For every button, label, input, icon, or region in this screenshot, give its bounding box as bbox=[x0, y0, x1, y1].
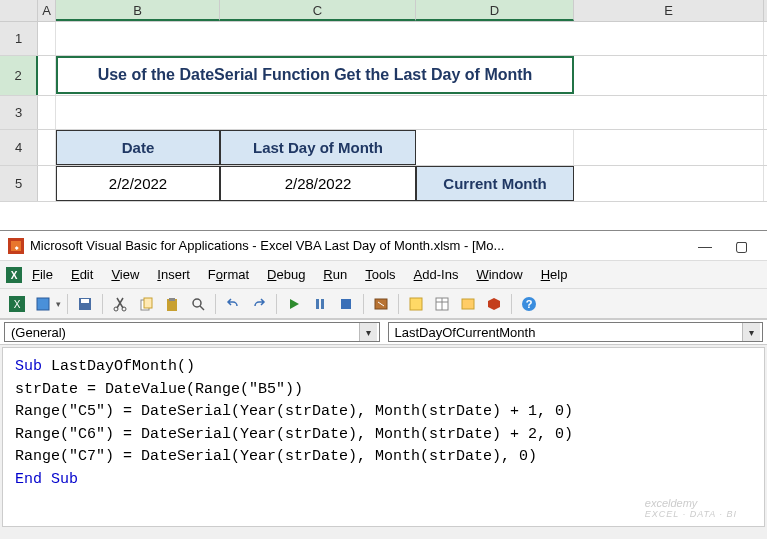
cell-a2[interactable] bbox=[38, 56, 56, 95]
code-line: Range("C6") = DateSerial(Year(strDate), … bbox=[15, 424, 752, 447]
col-header-a[interactable]: A bbox=[38, 0, 56, 21]
svg-text:X: X bbox=[14, 299, 21, 310]
code-line: Range("C7") = DateSerial(Year(strDate), … bbox=[15, 446, 752, 469]
menu-file[interactable]: File bbox=[24, 264, 61, 285]
cell-e1[interactable] bbox=[574, 22, 764, 55]
row-header-3[interactable]: 3 bbox=[0, 96, 38, 129]
procedure-combo-value: LastDayOfCurrentMonth bbox=[395, 325, 536, 340]
vba-combos: (General) ▾ LastDayOfCurrentMonth ▾ bbox=[0, 319, 767, 345]
cell-e2[interactable] bbox=[574, 56, 764, 95]
cell-a1[interactable] bbox=[38, 22, 56, 55]
menu-window[interactable]: Window bbox=[468, 264, 530, 285]
col-header-b[interactable]: B bbox=[56, 0, 220, 21]
svg-rect-21 bbox=[410, 298, 422, 310]
cell-e4[interactable] bbox=[574, 130, 764, 165]
svg-point-9 bbox=[114, 307, 118, 311]
watermark: exceldemy EXCEL · DATA · BI bbox=[645, 497, 737, 519]
watermark-sub: EXCEL · DATA · BI bbox=[645, 509, 737, 519]
col-header-d[interactable]: D bbox=[416, 0, 574, 21]
menu-insert[interactable]: Insert bbox=[149, 264, 198, 285]
vba-window: ⬥ Microsoft Visual Basic for Application… bbox=[0, 230, 767, 539]
cell-a3[interactable] bbox=[38, 96, 56, 129]
select-all-corner[interactable] bbox=[0, 0, 38, 21]
object-combo-value: (General) bbox=[11, 325, 66, 340]
cell-date[interactable]: 2/2/2022 bbox=[56, 166, 220, 201]
excel-grid: A B C D E 1 2 Use of the DateSerial Func… bbox=[0, 0, 767, 202]
svg-rect-19 bbox=[341, 299, 351, 309]
svg-rect-12 bbox=[144, 298, 152, 308]
cell-d4[interactable] bbox=[416, 130, 574, 165]
cell-b3[interactable] bbox=[56, 96, 574, 129]
menu-addins[interactable]: Add-Ins bbox=[406, 264, 467, 285]
redo-icon[interactable] bbox=[248, 293, 270, 315]
cell-lastday[interactable]: 2/28/2022 bbox=[220, 166, 416, 201]
maximize-button[interactable]: ▢ bbox=[723, 238, 759, 254]
cell-e5[interactable] bbox=[574, 166, 764, 201]
header-lastday[interactable]: Last Day of Month bbox=[220, 130, 416, 165]
cell-a4[interactable] bbox=[38, 130, 56, 165]
menu-run[interactable]: Run bbox=[315, 264, 355, 285]
svg-rect-17 bbox=[316, 299, 319, 309]
chevron-down-icon[interactable]: ▾ bbox=[742, 323, 760, 341]
menu-help[interactable]: Help bbox=[533, 264, 576, 285]
svg-rect-14 bbox=[169, 298, 175, 301]
excel-icon: X bbox=[6, 267, 22, 283]
procedure-combo[interactable]: LastDayOfCurrentMonth ▾ bbox=[388, 322, 764, 342]
title-cell[interactable]: Use of the DateSerial Function Get the L… bbox=[56, 56, 574, 94]
col-header-c[interactable]: C bbox=[220, 0, 416, 21]
code-text: LastDayOfMonth() bbox=[42, 358, 195, 375]
svg-text:?: ? bbox=[526, 298, 533, 310]
svg-rect-8 bbox=[81, 299, 89, 303]
save-icon[interactable] bbox=[74, 293, 96, 315]
run-icon[interactable] bbox=[283, 293, 305, 315]
svg-point-15 bbox=[193, 299, 201, 307]
insert-module-icon[interactable] bbox=[32, 293, 54, 315]
chevron-down-icon[interactable]: ▾ bbox=[359, 323, 377, 341]
menu-edit[interactable]: Edit bbox=[63, 264, 101, 285]
cell-a5[interactable] bbox=[38, 166, 56, 201]
help-icon[interactable]: ? bbox=[518, 293, 540, 315]
properties-icon[interactable] bbox=[431, 293, 453, 315]
toolbox-icon[interactable] bbox=[483, 293, 505, 315]
break-icon[interactable] bbox=[309, 293, 331, 315]
header-date[interactable]: Date bbox=[56, 130, 220, 165]
find-icon[interactable] bbox=[187, 293, 209, 315]
code-keyword: Sub bbox=[15, 358, 42, 375]
copy-icon[interactable] bbox=[135, 293, 157, 315]
menu-format[interactable]: Format bbox=[200, 264, 257, 285]
row-header-2[interactable]: 2 bbox=[0, 56, 38, 95]
undo-icon[interactable] bbox=[222, 293, 244, 315]
minimize-button[interactable]: — bbox=[687, 238, 723, 254]
object-combo[interactable]: (General) ▾ bbox=[4, 322, 380, 342]
vba-toolbar: X ▾ ? bbox=[0, 289, 767, 319]
paste-icon[interactable] bbox=[161, 293, 183, 315]
row-header-4[interactable]: 4 bbox=[0, 130, 38, 165]
vba-menubar: X File Edit View Insert Format Debug Run… bbox=[0, 261, 767, 289]
column-headers: A B C D E bbox=[0, 0, 767, 22]
col-header-e[interactable]: E bbox=[574, 0, 764, 21]
dropdown-icon[interactable]: ▾ bbox=[56, 299, 61, 309]
row-header-5[interactable]: 5 bbox=[0, 166, 38, 201]
cell-current-month[interactable]: Current Month bbox=[416, 166, 574, 201]
object-browser-icon[interactable] bbox=[457, 293, 479, 315]
project-explorer-icon[interactable] bbox=[405, 293, 427, 315]
vba-titlebar: ⬥ Microsoft Visual Basic for Application… bbox=[0, 231, 767, 261]
code-keyword: End Sub bbox=[15, 471, 78, 488]
menu-tools[interactable]: Tools bbox=[357, 264, 403, 285]
cut-icon[interactable] bbox=[109, 293, 131, 315]
svg-point-10 bbox=[122, 307, 126, 311]
row-header-1[interactable]: 1 bbox=[0, 22, 38, 55]
menu-debug[interactable]: Debug bbox=[259, 264, 313, 285]
code-line: Range("C5") = DateSerial(Year(strDate), … bbox=[15, 401, 752, 424]
svg-text:⬥: ⬥ bbox=[14, 242, 19, 252]
view-excel-icon[interactable]: X bbox=[6, 293, 28, 315]
svg-text:X: X bbox=[11, 270, 18, 281]
cell-e3[interactable] bbox=[574, 96, 764, 129]
menu-view[interactable]: View bbox=[103, 264, 147, 285]
reset-icon[interactable] bbox=[335, 293, 357, 315]
svg-rect-18 bbox=[321, 299, 324, 309]
cell-b1[interactable] bbox=[56, 22, 574, 55]
code-line: strDate = DateValue(Range("B5")) bbox=[15, 379, 752, 402]
design-mode-icon[interactable] bbox=[370, 293, 392, 315]
vba-app-icon: ⬥ bbox=[8, 238, 24, 254]
